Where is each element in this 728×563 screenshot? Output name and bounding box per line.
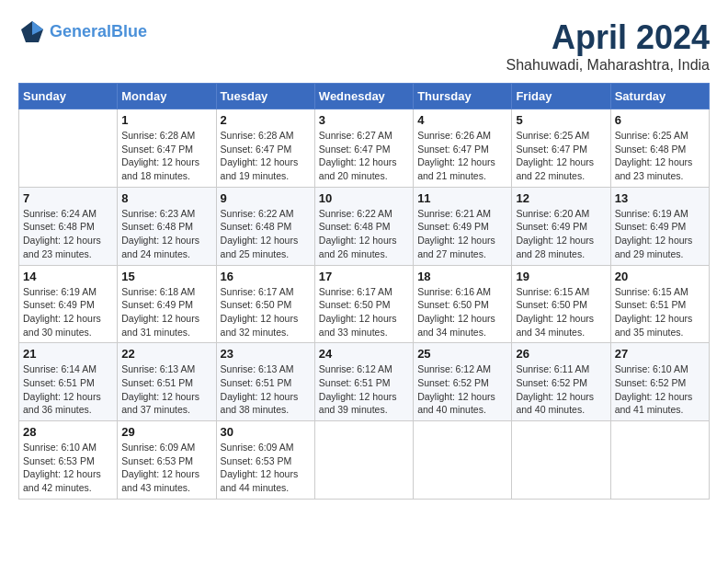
calendar-cell: 17Sunrise: 6:17 AM Sunset: 6:50 PM Dayli… xyxy=(314,265,413,343)
day-number: 18 xyxy=(417,270,507,283)
calendar-cell: 12Sunrise: 6:20 AM Sunset: 6:49 PM Dayli… xyxy=(512,187,610,265)
calendar-cell xyxy=(314,421,413,500)
calendar-week-1: 1Sunrise: 6:28 AM Sunset: 6:47 PM Daylig… xyxy=(19,109,710,188)
day-number: 25 xyxy=(417,347,507,361)
calendar-cell: 16Sunrise: 6:17 AM Sunset: 6:50 PM Dayli… xyxy=(216,265,314,343)
day-number: 2 xyxy=(221,113,311,127)
day-info: Sunrise: 6:19 AM Sunset: 6:49 PM Dayligh… xyxy=(615,207,705,261)
day-number: 13 xyxy=(615,191,705,205)
day-info: Sunrise: 6:26 AM Sunset: 6:47 PM Dayligh… xyxy=(417,129,507,183)
calendar-cell: 15Sunrise: 6:18 AM Sunset: 6:49 PM Dayli… xyxy=(118,265,216,343)
logo: GeneralBlue xyxy=(18,18,147,46)
day-info: Sunrise: 6:15 AM Sunset: 6:50 PM Dayligh… xyxy=(516,285,606,339)
day-number: 30 xyxy=(221,425,311,439)
calendar-cell: 9Sunrise: 6:22 AM Sunset: 6:48 PM Daylig… xyxy=(216,187,314,265)
day-number: 4 xyxy=(417,113,507,127)
calendar-cell: 22Sunrise: 6:13 AM Sunset: 6:51 PM Dayli… xyxy=(118,343,216,421)
weekday-header-thursday: Thursday xyxy=(414,84,512,109)
page-header: GeneralBlue April 2024 Shahuwadi, Mahara… xyxy=(18,18,710,74)
calendar-week-5: 28Sunrise: 6:10 AM Sunset: 6:53 PM Dayli… xyxy=(19,421,710,500)
day-number: 10 xyxy=(319,191,409,205)
day-info: Sunrise: 6:22 AM Sunset: 6:48 PM Dayligh… xyxy=(319,207,409,261)
title-block: April 2024 Shahuwadi, Maharashtra, India xyxy=(506,18,710,74)
calendar-cell xyxy=(512,421,610,500)
day-info: Sunrise: 6:25 AM Sunset: 6:48 PM Dayligh… xyxy=(615,129,705,183)
calendar-cell xyxy=(414,421,512,500)
weekday-header-monday: Monday xyxy=(118,84,216,109)
day-info: Sunrise: 6:28 AM Sunset: 6:47 PM Dayligh… xyxy=(121,129,211,183)
day-info: Sunrise: 6:09 AM Sunset: 6:53 PM Dayligh… xyxy=(121,441,211,495)
day-number: 23 xyxy=(221,347,311,361)
calendar-cell: 25Sunrise: 6:12 AM Sunset: 6:52 PM Dayli… xyxy=(414,343,512,421)
day-info: Sunrise: 6:17 AM Sunset: 6:50 PM Dayligh… xyxy=(221,285,311,339)
day-info: Sunrise: 6:27 AM Sunset: 6:47 PM Dayligh… xyxy=(319,129,409,183)
calendar-cell: 14Sunrise: 6:19 AM Sunset: 6:49 PM Dayli… xyxy=(19,265,118,343)
logo-line1: General xyxy=(50,22,111,40)
day-number: 5 xyxy=(516,113,606,127)
calendar-week-2: 7Sunrise: 6:24 AM Sunset: 6:48 PM Daylig… xyxy=(19,187,710,265)
calendar-cell: 24Sunrise: 6:12 AM Sunset: 6:51 PM Dayli… xyxy=(314,343,413,421)
day-info: Sunrise: 6:23 AM Sunset: 6:48 PM Dayligh… xyxy=(121,207,211,261)
calendar-cell: 3Sunrise: 6:27 AM Sunset: 6:47 PM Daylig… xyxy=(314,109,413,188)
day-info: Sunrise: 6:12 AM Sunset: 6:51 PM Dayligh… xyxy=(319,362,409,417)
weekday-header-friday: Friday xyxy=(512,84,610,109)
day-info: Sunrise: 6:24 AM Sunset: 6:48 PM Dayligh… xyxy=(23,207,113,261)
calendar-cell: 21Sunrise: 6:14 AM Sunset: 6:51 PM Dayli… xyxy=(19,343,118,421)
logo-line2: Blue xyxy=(111,22,147,40)
calendar-cell: 7Sunrise: 6:24 AM Sunset: 6:48 PM Daylig… xyxy=(19,187,118,265)
day-info: Sunrise: 6:28 AM Sunset: 6:47 PM Dayligh… xyxy=(221,129,311,183)
calendar-week-3: 14Sunrise: 6:19 AM Sunset: 6:49 PM Dayli… xyxy=(19,265,710,343)
calendar-cell xyxy=(19,109,118,188)
day-info: Sunrise: 6:17 AM Sunset: 6:50 PM Dayligh… xyxy=(319,285,409,339)
day-number: 7 xyxy=(23,191,113,205)
calendar-cell: 26Sunrise: 6:11 AM Sunset: 6:52 PM Dayli… xyxy=(512,343,610,421)
calendar-cell: 4Sunrise: 6:26 AM Sunset: 6:47 PM Daylig… xyxy=(414,109,512,188)
day-number: 15 xyxy=(121,270,211,283)
day-number: 3 xyxy=(319,113,409,127)
day-info: Sunrise: 6:10 AM Sunset: 6:53 PM Dayligh… xyxy=(23,441,113,495)
calendar-cell: 19Sunrise: 6:15 AM Sunset: 6:50 PM Dayli… xyxy=(512,265,610,343)
day-number: 14 xyxy=(23,270,113,283)
day-info: Sunrise: 6:20 AM Sunset: 6:49 PM Dayligh… xyxy=(516,207,606,261)
day-info: Sunrise: 6:13 AM Sunset: 6:51 PM Dayligh… xyxy=(121,362,211,417)
day-info: Sunrise: 6:12 AM Sunset: 6:52 PM Dayligh… xyxy=(417,362,507,417)
calendar-cell: 18Sunrise: 6:16 AM Sunset: 6:50 PM Dayli… xyxy=(414,265,512,343)
weekday-header-tuesday: Tuesday xyxy=(216,84,314,109)
day-info: Sunrise: 6:10 AM Sunset: 6:52 PM Dayligh… xyxy=(615,362,705,417)
day-number: 1 xyxy=(121,113,211,127)
calendar-header-row: SundayMondayTuesdayWednesdayThursdayFrid… xyxy=(19,84,710,109)
day-number: 19 xyxy=(516,270,606,283)
calendar-week-4: 21Sunrise: 6:14 AM Sunset: 6:51 PM Dayli… xyxy=(19,343,710,421)
calendar-cell: 11Sunrise: 6:21 AM Sunset: 6:49 PM Dayli… xyxy=(414,187,512,265)
day-info: Sunrise: 6:13 AM Sunset: 6:51 PM Dayligh… xyxy=(221,362,311,417)
logo-icon xyxy=(18,18,46,46)
day-number: 16 xyxy=(221,270,311,283)
day-info: Sunrise: 6:21 AM Sunset: 6:49 PM Dayligh… xyxy=(417,207,507,261)
calendar-cell: 2Sunrise: 6:28 AM Sunset: 6:47 PM Daylig… xyxy=(216,109,314,188)
day-number: 12 xyxy=(516,191,606,205)
calendar-cell xyxy=(610,421,709,500)
logo-text: GeneralBlue xyxy=(50,23,147,41)
day-info: Sunrise: 6:09 AM Sunset: 6:53 PM Dayligh… xyxy=(221,441,311,495)
day-number: 21 xyxy=(23,347,113,361)
day-number: 17 xyxy=(319,270,409,283)
day-number: 27 xyxy=(615,347,705,361)
day-number: 9 xyxy=(221,191,311,205)
calendar-table: SundayMondayTuesdayWednesdayThursdayFrid… xyxy=(18,83,710,500)
day-info: Sunrise: 6:22 AM Sunset: 6:48 PM Dayligh… xyxy=(221,207,311,261)
calendar-cell: 23Sunrise: 6:13 AM Sunset: 6:51 PM Dayli… xyxy=(216,343,314,421)
calendar-cell: 6Sunrise: 6:25 AM Sunset: 6:48 PM Daylig… xyxy=(610,109,709,188)
day-number: 8 xyxy=(121,191,211,205)
calendar-cell: 30Sunrise: 6:09 AM Sunset: 6:53 PM Dayli… xyxy=(216,421,314,500)
calendar-cell: 10Sunrise: 6:22 AM Sunset: 6:48 PM Dayli… xyxy=(314,187,413,265)
weekday-header-wednesday: Wednesday xyxy=(314,84,413,109)
day-info: Sunrise: 6:18 AM Sunset: 6:49 PM Dayligh… xyxy=(121,285,211,339)
day-info: Sunrise: 6:19 AM Sunset: 6:49 PM Dayligh… xyxy=(23,285,113,339)
weekday-header-sunday: Sunday xyxy=(19,84,118,109)
calendar-cell: 5Sunrise: 6:25 AM Sunset: 6:47 PM Daylig… xyxy=(512,109,610,188)
calendar-cell: 29Sunrise: 6:09 AM Sunset: 6:53 PM Dayli… xyxy=(118,421,216,500)
day-info: Sunrise: 6:15 AM Sunset: 6:51 PM Dayligh… xyxy=(615,285,705,339)
day-info: Sunrise: 6:14 AM Sunset: 6:51 PM Dayligh… xyxy=(23,362,113,417)
calendar-cell: 20Sunrise: 6:15 AM Sunset: 6:51 PM Dayli… xyxy=(610,265,709,343)
calendar-cell: 27Sunrise: 6:10 AM Sunset: 6:52 PM Dayli… xyxy=(610,343,709,421)
